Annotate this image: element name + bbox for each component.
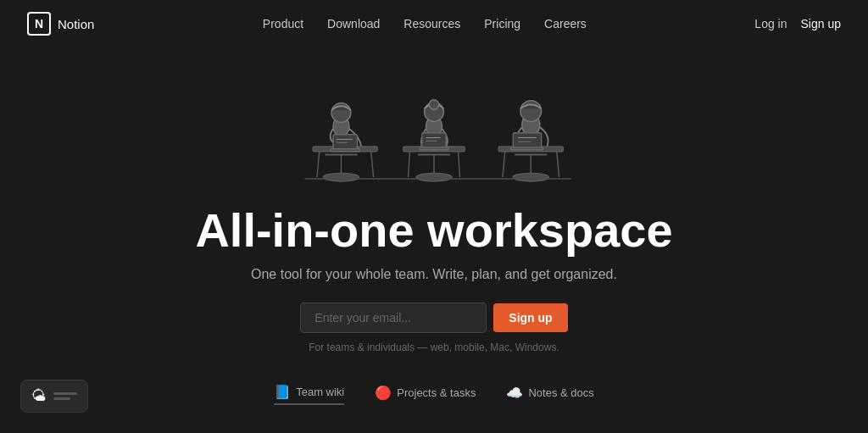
- nav-careers[interactable]: Careers: [544, 17, 587, 31]
- notion-logo-icon: N: [27, 12, 51, 36]
- wiki-label: Team wiki: [296, 386, 344, 398]
- feature-tab-wiki[interactable]: 📘 Team wiki: [274, 384, 344, 405]
- tasks-label: Projects & tasks: [397, 386, 476, 399]
- login-button[interactable]: Log in: [754, 17, 787, 31]
- email-input[interactable]: [300, 303, 487, 333]
- logo[interactable]: N Notion: [27, 12, 94, 36]
- feature-tabs: 📘 Team wiki 🔴 Projects & tasks ☁️ Notes …: [274, 377, 594, 405]
- feature-tab-docs[interactable]: ☁️ Notes & docs: [506, 385, 593, 404]
- hero-note: For teams & individuals — web, mobile, M…: [309, 341, 559, 353]
- nav-product[interactable]: Product: [263, 17, 303, 31]
- wiki-icon: 📘: [274, 384, 291, 400]
- nav-resources[interactable]: Resources: [403, 17, 460, 31]
- feature-tab-tasks[interactable]: 🔴 Projects & tasks: [375, 385, 476, 404]
- nav-links: Product Download Resources Pricing Caree…: [263, 17, 587, 31]
- brand-name: Notion: [58, 17, 94, 31]
- hero-subtitle: One tool for your whole team. Write, pla…: [251, 267, 617, 282]
- tasks-icon: 🔴: [375, 385, 392, 401]
- signup-hero-button[interactable]: Sign up: [493, 303, 567, 332]
- signup-nav-button[interactable]: Sign up: [801, 17, 841, 31]
- hero-section: All-in-one workspace One tool for your w…: [0, 47, 868, 405]
- hero-form: Sign up: [300, 303, 567, 333]
- docs-label: Notes & docs: [528, 386, 593, 399]
- docs-icon: ☁️: [506, 385, 523, 401]
- nav-pricing[interactable]: Pricing: [484, 17, 520, 31]
- hero-title: All-in-one workspace: [195, 204, 672, 257]
- navbar: N Notion Product Download Resources Pric…: [0, 0, 868, 47]
- nav-download[interactable]: Download: [327, 17, 380, 31]
- nav-auth: Log in Sign up: [754, 17, 841, 31]
